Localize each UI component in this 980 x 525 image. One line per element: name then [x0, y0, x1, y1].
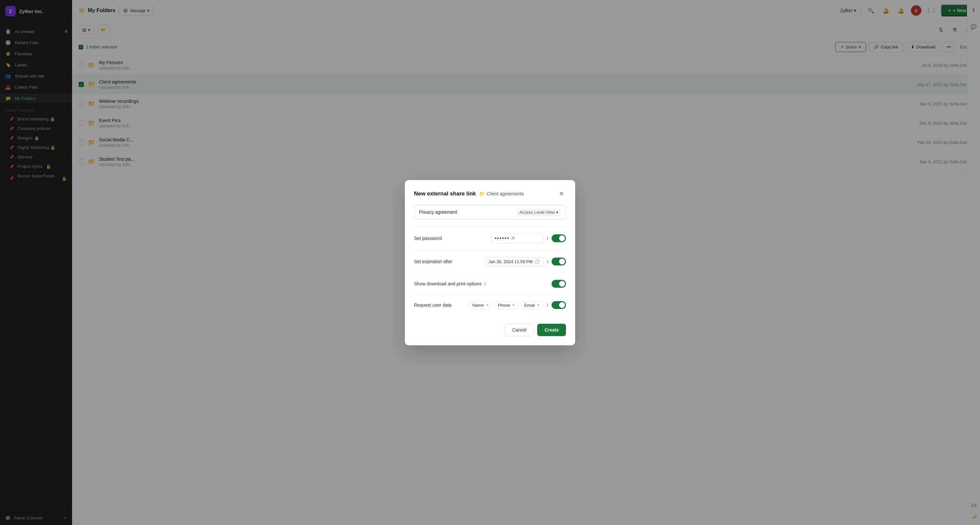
tag-close-icon[interactable]: ✕ [537, 303, 540, 307]
clock-icon: 🕐 [535, 259, 540, 264]
modal-overlay[interactable]: New external share link 📁 Client agreeme… [0, 0, 980, 525]
link-name-input[interactable] [419, 209, 517, 215]
user-data-controls: Name ✕ Phone ✕ Email ✕ ℹ [469, 301, 566, 309]
name-tag[interactable]: Name ✕ [469, 301, 492, 309]
access-level-value: View [546, 210, 555, 215]
modal-subtitle: 📁 Client agreements [479, 191, 524, 197]
folder-icon: 📁 [479, 191, 485, 197]
password-controls: •••••• 👁 ℹ [491, 233, 566, 244]
user-data-section: Request user data Name ✕ Phone ✕ Ema [414, 294, 566, 316]
tag-label: Email [524, 303, 535, 308]
tag-label: Name [473, 303, 484, 308]
modal-title: New external share link [414, 190, 476, 197]
email-tag[interactable]: Email ✕ [520, 301, 543, 309]
expiration-section: Set expiration after Jan 26, 2024 11:59 … [414, 250, 566, 273]
expiration-controls: Jan 26, 2024 11:59 PM 🕐 ℹ [485, 257, 566, 266]
download-toggle[interactable] [552, 280, 566, 288]
password-section: Set password •••••• 👁 ℹ [414, 226, 566, 250]
cancel-button[interactable]: Cancel [505, 324, 534, 336]
expiration-toggle-row: Set expiration after Jan 26, 2024 11:59 … [414, 255, 566, 268]
info-icon[interactable]: ℹ [547, 303, 548, 308]
modal-close-button[interactable]: ✕ [557, 189, 566, 198]
tag-close-icon[interactable]: ✕ [486, 303, 489, 307]
password-input-area: •••••• 👁 [491, 233, 543, 244]
download-label: Show download and print options ℹ [414, 281, 486, 286]
user-data-label: Request user data [414, 303, 451, 308]
download-controls [552, 280, 566, 288]
phone-tag[interactable]: Phone ✕ [494, 301, 519, 309]
folder-name: Client agreements [487, 191, 524, 197]
share-link-modal: New external share link 📁 Client agreeme… [405, 180, 575, 345]
user-data-toggle-row: Request user data Name ✕ Phone ✕ Ema [414, 300, 566, 311]
expiration-label: Set expiration after [414, 259, 453, 264]
access-level-label: Access Level [519, 210, 544, 215]
link-name-row: Access Level View ▾ [414, 205, 566, 220]
password-dots: •••••• [495, 235, 510, 241]
info-icon[interactable]: ℹ [547, 259, 548, 264]
password-label: Set password [414, 236, 442, 241]
info-icon[interactable]: ℹ [484, 281, 486, 286]
date-value: Jan 26, 2024 11:59 PM [489, 259, 533, 264]
access-level-button[interactable]: Access Level View ▾ [517, 208, 561, 216]
password-toggle[interactable] [552, 234, 566, 242]
info-icon[interactable]: ℹ [547, 236, 548, 241]
expiration-toggle[interactable] [552, 258, 566, 265]
modal-header: New external share link 📁 Client agreeme… [414, 189, 566, 198]
eye-icon[interactable]: 👁 [511, 236, 515, 241]
user-data-tags: Name ✕ Phone ✕ Email ✕ [469, 301, 543, 309]
chevron-down-icon: ▾ [556, 210, 558, 215]
password-toggle-row: Set password •••••• 👁 ℹ [414, 232, 566, 245]
download-section: Show download and print options ℹ [414, 273, 566, 294]
download-toggle-row: Show download and print options ℹ [414, 279, 566, 289]
modal-title-area: New external share link 📁 Client agreeme… [414, 190, 524, 197]
modal-footer: Cancel Create [414, 324, 566, 336]
tag-label: Phone [498, 303, 510, 308]
create-button[interactable]: Create [537, 324, 566, 336]
tag-close-icon[interactable]: ✕ [512, 303, 515, 307]
user-data-toggle[interactable] [552, 301, 566, 309]
date-input[interactable]: Jan 26, 2024 11:59 PM 🕐 [485, 257, 543, 266]
